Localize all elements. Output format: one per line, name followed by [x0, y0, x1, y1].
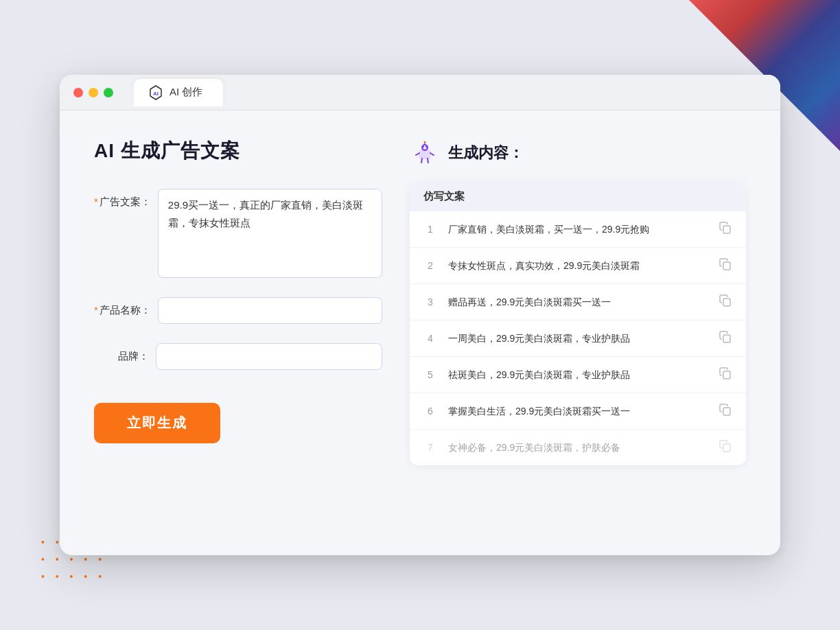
copy-icon[interactable] [719, 403, 732, 419]
ad-copy-input[interactable]: 29.9买一送一，真正的厂家直销，美白淡斑霜，专抹女性斑点 [158, 189, 382, 278]
row-text: 女神必备，29.9元美白淡斑霜，护肤必备 [448, 441, 708, 455]
row-text: 一周美白，29.9元美白淡斑霜，专业护肤品 [448, 331, 708, 346]
row-number: 3 [423, 296, 437, 307]
row-text: 祛斑美白，29.9元美白淡斑霜，专业护肤品 [448, 368, 708, 382]
row-text: 掌握美白生活，29.9元美白淡斑霜买一送一 [448, 404, 708, 419]
brand-label: 品牌： [94, 343, 149, 363]
svg-point-4 [425, 146, 427, 148]
svg-rect-18 [723, 444, 730, 452]
copy-icon[interactable] [719, 330, 732, 347]
result-row: 4一周美白，29.9元美白淡斑霜，专业护肤品 [410, 320, 746, 357]
copy-icon[interactable] [719, 221, 732, 237]
row-number: 6 [423, 406, 437, 417]
svg-point-3 [423, 146, 424, 148]
row-text: 厂家直销，美白淡斑霜，买一送一，29.9元抢购 [448, 222, 708, 237]
svg-point-6 [424, 141, 426, 143]
traffic-lights [73, 88, 113, 97]
result-row: 7女神必备，29.9元美白淡斑霜，护肤必备 [410, 430, 746, 465]
svg-rect-16 [723, 371, 730, 379]
traffic-light-maximize[interactable] [104, 88, 113, 97]
result-row: 3赠品再送，29.9元美白淡斑霜买一送一 [410, 284, 746, 320]
brand-input[interactable]: 好白 [156, 343, 382, 370]
form-row-product-name: *产品名称： 美白淡斑霜 [94, 297, 382, 324]
traffic-light-close[interactable] [73, 88, 83, 97]
svg-rect-15 [723, 335, 730, 342]
result-table-header: 仿写文案 [410, 182, 746, 211]
row-text: 赠品再送，29.9元美白淡斑霜买一送一 [448, 295, 708, 310]
svg-rect-13 [723, 262, 730, 270]
ai-hex-icon: AI [148, 84, 164, 101]
result-rows-container: 1厂家直销，美白淡斑霜，买一送一，29.9元抢购 2专抹女性斑点，真实功效，29… [410, 211, 746, 465]
left-panel: AI 生成广告文案 *广告文案： 29.9买一送一，真正的厂家直销，美白淡斑霜，… [94, 138, 382, 522]
page-title: AI 生成广告文案 [94, 138, 382, 164]
svg-text:AI: AI [153, 91, 159, 97]
form-row-ad-copy: *广告文案： 29.9买一送一，真正的厂家直销，美白淡斑霜，专抹女性斑点 [94, 189, 382, 278]
svg-line-11 [428, 159, 428, 163]
row-number: 1 [423, 224, 437, 235]
result-table: 仿写文案 1厂家直销，美白淡斑霜，买一送一，29.9元抢购 2专抹女性斑点，真实… [410, 182, 746, 465]
result-row: 2专抹女性斑点，真实功效，29.9元美白淡斑霜 [410, 248, 746, 284]
browser-tab-ai[interactable]: AI AI 创作 [134, 79, 223, 106]
main-content: AI 生成广告文案 *广告文案： 29.9买一送一，真正的厂家直销，美白淡斑霜，… [60, 110, 780, 550]
result-row: 6掌握美白生活，29.9元美白淡斑霜买一送一 [410, 393, 746, 430]
form-row-brand: 品牌： 好白 [94, 343, 382, 370]
result-header: 生成内容： [410, 138, 746, 168]
right-panel: 生成内容： 仿写文案 1厂家直销，美白淡斑霜，买一送一，29.9元抢购 2专抹女… [410, 138, 746, 522]
svg-rect-12 [723, 226, 730, 233]
ad-copy-required-star: * [94, 196, 98, 207]
svg-line-10 [421, 159, 422, 163]
product-name-input[interactable]: 美白淡斑霜 [158, 297, 382, 324]
copy-icon[interactable] [719, 294, 732, 310]
copy-icon[interactable] [719, 257, 732, 274]
tab-label: AI 创作 [170, 86, 202, 99]
svg-rect-17 [723, 408, 730, 415]
robot-icon [410, 138, 440, 168]
product-name-label: *产品名称： [94, 297, 151, 317]
copy-icon[interactable] [719, 366, 732, 383]
result-title: 生成内容： [448, 143, 524, 163]
svg-rect-7 [419, 150, 430, 159]
copy-icon[interactable] [719, 439, 732, 456]
ad-copy-label: *广告文案： [94, 189, 151, 209]
row-number: 7 [423, 442, 437, 453]
svg-rect-14 [723, 299, 730, 306]
row-number: 4 [423, 333, 437, 344]
result-row: 1厂家直销，美白淡斑霜，买一送一，29.9元抢购 [410, 211, 746, 248]
row-number: 5 [423, 369, 437, 380]
generate-button[interactable]: 立即生成 [94, 403, 220, 443]
row-text: 专抹女性斑点，真实功效，29.9元美白淡斑霜 [448, 259, 708, 273]
browser-chrome: AI AI 创作 [60, 75, 780, 110]
traffic-light-minimize[interactable] [89, 88, 98, 97]
product-name-required-star: * [94, 304, 98, 316]
browser-window: AI AI 创作 AI 生成广告文案 *广告文案： 29.9买一送一，真正的厂家… [60, 75, 780, 555]
row-number: 2 [423, 260, 437, 271]
result-row: 5祛斑美白，29.9元美白淡斑霜，专业护肤品 [410, 357, 746, 393]
